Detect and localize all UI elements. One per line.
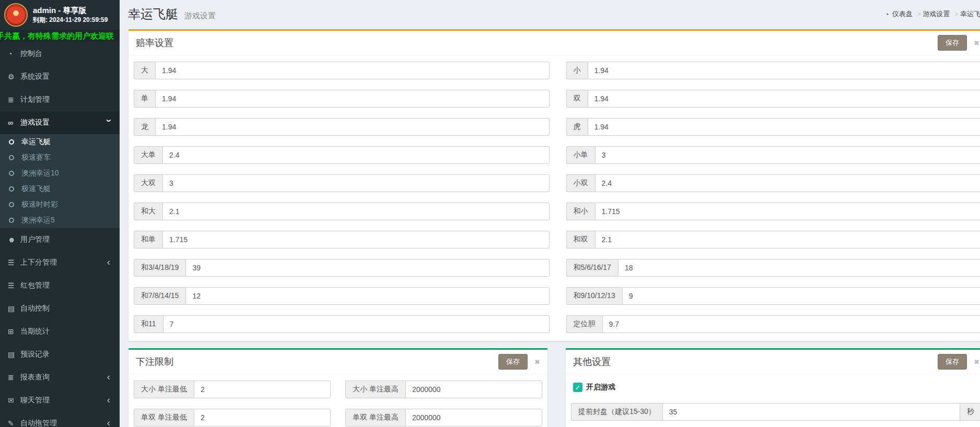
sidebar-item[interactable]: ☰ 上下分管理 ‹ — [0, 251, 120, 274]
circle-icon — [9, 138, 21, 146]
odds-input[interactable] — [622, 287, 980, 305]
sidebar-item[interactable]: ▤ 自动控制 — [0, 297, 120, 320]
dashboard-icon: ◔ — [885, 10, 889, 18]
odds-input[interactable] — [595, 203, 980, 220]
odds-input[interactable] — [595, 174, 980, 192]
enable-game-row: ✓ 开启游戏 — [573, 383, 980, 392]
sidebar-item[interactable]: ∞ 游戏设置 ˇ — [0, 111, 120, 134]
odds-field-row: 单 — [134, 90, 550, 108]
sidebar-item[interactable]: 极速时时彩 — [0, 197, 120, 212]
limit-input[interactable] — [405, 409, 542, 426]
sidebar-item-label: 极速飞艇 — [21, 184, 51, 194]
close-icon[interactable]: ✖ — [534, 358, 540, 366]
odds-input[interactable] — [602, 315, 980, 333]
chevron-down-icon: ˇ — [106, 118, 110, 131]
field-label-addon: 大 — [134, 62, 155, 79]
chevron-left-icon: ‹ — [107, 395, 110, 405]
check-icon[interactable]: ✓ — [573, 383, 582, 392]
sidebar-item-label: 当期统计 — [20, 327, 50, 336]
close-icon[interactable]: ✖ — [974, 39, 979, 47]
odds-input[interactable] — [162, 146, 550, 164]
limits-save-button[interactable]: 保存 — [498, 354, 528, 370]
sidebar-item[interactable]: ⊞ 当期统计 — [0, 320, 120, 343]
sidebar-item-label: 澳洲幸运10 — [21, 169, 59, 178]
odds-input[interactable] — [185, 259, 549, 277]
chevron-left-icon: ‹ — [107, 372, 110, 382]
sidebar-item[interactable]: 极速赛车 — [0, 150, 120, 165]
odds-field-row: 大单 — [134, 146, 550, 164]
limits-panel-title: 下注限制 — [136, 355, 498, 368]
odds-field-row: 和7/8/14/15 — [134, 287, 550, 305]
odds-field-row: 双 — [566, 90, 980, 108]
odds-field-row: 和5/6/16/17 — [566, 259, 980, 277]
limit-input[interactable] — [194, 409, 331, 426]
database-icon: ☰ — [8, 281, 20, 290]
limit-input[interactable] — [405, 381, 542, 398]
other-panel-title: 其他设置 — [573, 355, 938, 368]
sidebar-item-label: 聊天管理 — [20, 396, 50, 405]
odds-panel: 赔率设置 保存 ✖ 大 小 单 双 龙 — [128, 29, 980, 341]
sidebar-item-label: 极速赛车 — [21, 153, 51, 162]
breadcrumb-item[interactable]: 仪表盘 — [892, 10, 913, 18]
sidebar-item[interactable]: ▤ 预设记录 — [0, 343, 120, 366]
limit-field-row: 大小 单注最高 — [345, 381, 542, 398]
field-label-addon: 小单 — [566, 146, 595, 164]
gears-icon: ⚙ — [8, 73, 20, 81]
circle-icon — [9, 200, 21, 209]
odds-input[interactable] — [595, 231, 980, 248]
sidebar-item[interactable]: ☰ 红包管理 — [0, 274, 120, 297]
circle-icon — [9, 216, 21, 224]
limit-input[interactable] — [194, 381, 331, 398]
odds-input[interactable] — [162, 203, 550, 220]
sidebar: admin - 尊享版 到期: 2024-11-29 20:59:59 手共赢，… — [0, 0, 120, 427]
close-icon[interactable]: ✖ — [974, 358, 979, 366]
sidebar-item[interactable]: ≣ 报表查询 ‹ — [0, 366, 120, 389]
odds-input[interactable] — [185, 287, 549, 305]
odds-input[interactable] — [588, 90, 980, 108]
odds-input[interactable] — [163, 315, 550, 333]
odds-input[interactable] — [595, 146, 980, 164]
sidebar-item[interactable]: 澳洲幸运10 — [0, 165, 120, 181]
odds-input[interactable] — [155, 62, 550, 79]
odds-input[interactable] — [588, 62, 980, 79]
breadcrumb-item[interactable]: 游戏设置 — [923, 10, 950, 18]
sidebar-item[interactable]: ✉ 聊天管理 ‹ — [0, 389, 120, 412]
sidebar-item[interactable]: 幸运飞艇 — [0, 134, 120, 150]
field-label-addon: 小 — [566, 62, 588, 79]
odds-save-button[interactable]: 保存 — [938, 35, 967, 51]
page-title: 幸运飞艇 — [128, 7, 178, 21]
sidebar-item[interactable]: ◔ 控制台 — [0, 42, 120, 65]
sidebar-item-label: 系统设置 — [20, 72, 50, 81]
breadcrumb: ◔ 仪表盘 > 游戏设置 > 幸运飞艇 — [885, 9, 980, 19]
odds-input[interactable] — [162, 174, 550, 192]
limit-field-row: 单双 单注最高 — [345, 409, 542, 426]
sidebar-item-label: 游戏设置 — [20, 118, 50, 127]
odds-input[interactable] — [618, 259, 980, 277]
sidebar-item[interactable]: 澳洲幸运5 — [0, 212, 120, 228]
sidebar-item-label: 幸运飞艇 — [21, 137, 51, 147]
field-label-addon: 和11 — [134, 315, 163, 333]
comments-icon: ✉ — [8, 396, 20, 405]
odds-field-row: 和单 — [134, 231, 550, 248]
sidebar-item[interactable]: ≣ 计划管理 — [0, 88, 120, 111]
odds-input[interactable] — [588, 118, 980, 136]
odds-field-row: 和双 — [566, 231, 980, 248]
field-label-addon: 和小 — [566, 203, 595, 220]
field-label-addon: 单双 单注最高 — [345, 409, 405, 426]
limit-field-row: 单双 单注最低 — [134, 409, 331, 426]
other-save-button[interactable]: 保存 — [938, 354, 967, 370]
sidebar-item[interactable]: ☻ 用户管理 — [0, 228, 120, 251]
circle-icon — [9, 169, 21, 177]
sidebar-item[interactable]: 极速飞艇 — [0, 181, 120, 197]
breadcrumb-item[interactable]: 幸运飞艇 — [960, 10, 980, 18]
odds-input[interactable] — [155, 90, 550, 108]
circle-icon — [9, 153, 21, 162]
field-label-addon: 虎 — [566, 118, 588, 136]
close-time-input[interactable] — [662, 403, 960, 421]
odds-input[interactable] — [162, 231, 550, 248]
sidebar-item[interactable]: ⚙ 系统设置 — [0, 65, 120, 88]
odds-input[interactable] — [155, 118, 550, 136]
sidebar-item[interactable]: ✎ 自动拖管理 ‹ — [0, 412, 120, 427]
chevron-left-icon: ‹ — [107, 418, 110, 427]
field-label-addon: 和单 — [134, 231, 162, 248]
